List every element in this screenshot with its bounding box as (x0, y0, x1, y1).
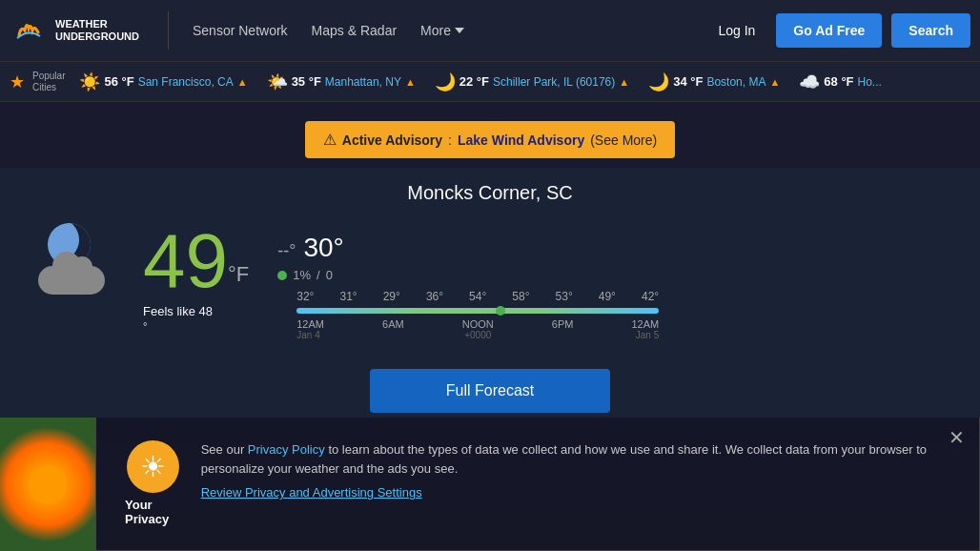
go-ad-free-button[interactable]: Go Ad Free (776, 13, 882, 48)
city-weather-icon-il: 🌙 (435, 71, 456, 92)
temp-value: 49 (143, 218, 228, 303)
nav-more-label: More (420, 23, 451, 38)
review-privacy-link[interactable]: Review Privacy and Advertising Settings (201, 485, 950, 500)
cities-bar: ★ Popular Cities ☀️ 56 °F San Francisco,… (0, 62, 980, 102)
search-button[interactable]: Search (891, 13, 970, 48)
privacy-sun-icon: ☀ (127, 440, 179, 493)
time-labels: 12AM6AMNOON6PM12AM (296, 318, 659, 330)
privacy-policy-link[interactable]: Privacy Policy (248, 442, 325, 457)
city-item-il[interactable]: 🌙 22 °F Schiller Park, IL (60176) ▲ (435, 71, 629, 92)
precip-percent: 1% (293, 268, 311, 282)
nav-more-dropdown[interactable]: More (411, 18, 474, 43)
temp-unit: °F (228, 262, 249, 286)
header-right: Log In Go Ad Free Search (706, 13, 970, 48)
city-warning-ma: ▲ (769, 76, 780, 88)
forecast-timeline: 32° 31° 29° 36° 54° 58° 53° 49° 42° 12AM… (277, 290, 678, 340)
city-name-ma: Boston, MA (706, 75, 766, 89)
your-privacy-label: Your Privacy (125, 498, 182, 526)
advisory-banner: ⚠ Active Advisory : Lake Wind Advisory (… (305, 121, 675, 158)
alert-circle-icon: ! (29, 465, 67, 503)
timeline-dot (496, 306, 505, 316)
precip-row: 1% / 0 (277, 268, 678, 282)
advisory-see-more[interactable]: (See More) (590, 133, 657, 148)
city-name-il: Schiller Park, IL (60176) (493, 75, 615, 89)
privacy-body-text: See our Privacy Policy to learn about th… (201, 440, 950, 478)
header: WEATHER UNDERGROUND Sensor Network Maps … (0, 0, 980, 62)
city-temp-ny: 35 °F (292, 74, 321, 89)
cloud-shape (38, 266, 105, 295)
nav-sensor-network[interactable]: Sensor Network (183, 18, 297, 43)
precip-dot-icon (277, 271, 287, 280)
privacy-close-button[interactable]: ✕ (949, 426, 965, 449)
privacy-overlay: ✕ ☀ Your Privacy See our Privacy Policy … (95, 418, 980, 551)
precip-separator: / (316, 268, 320, 282)
city-name-sf: San Francisco, CA (138, 75, 234, 89)
login-button[interactable]: Log In (706, 15, 766, 46)
precip-amount: 0 (326, 268, 333, 282)
logo-area[interactable]: WEATHER UNDERGROUND (10, 11, 139, 50)
city-weather-icon-ho: ☁️ (799, 71, 820, 92)
nav-maps-radar[interactable]: Maps & Radar (302, 18, 406, 43)
main-weather-content: Moncks Corner, SC 49°F Feels like 48 ° -… (0, 168, 980, 427)
map-thumbnail[interactable]: ! (0, 418, 95, 551)
timeline-bar (296, 308, 659, 314)
bottom-map-area: ! ✕ ☀ Your Privacy See our Privacy Polic… (0, 418, 980, 551)
logo-text: WEATHER UNDERGROUND (55, 18, 139, 43)
popular-cities-label: Popular Cities (32, 71, 65, 93)
city-item-ho[interactable]: ☁️ 68 °F Ho... (799, 71, 882, 92)
city-item-sf[interactable]: ☀️ 56 °F San Francisco, CA ▲ (79, 71, 247, 92)
favorite-star-icon[interactable]: ★ (10, 71, 25, 92)
advisory-link[interactable]: Lake Wind Advisory (458, 133, 584, 148)
advisory-label: Active Advisory (342, 133, 442, 148)
wu-logo-icon (10, 11, 48, 50)
city-item-ny[interactable]: 🌤️ 35 °F Manhattan, NY ▲ (267, 71, 416, 92)
high-temp: 30° (303, 233, 343, 263)
city-warning-ny: ▲ (405, 76, 416, 88)
advisory-colon: : (448, 133, 452, 148)
feels-like: Feels like 48 ° (143, 304, 249, 333)
city-weather-icon-ny: 🌤️ (267, 71, 288, 92)
city-name-ny: Manhattan, NY (325, 75, 401, 89)
city-warning-il: ▲ (619, 76, 629, 88)
advisory-warning-icon: ⚠ (323, 131, 337, 149)
weather-panel: 49°F Feels like 48 ° --° 30° 1% / 0 32 (29, 214, 951, 350)
night-cloud-icon (38, 223, 114, 299)
city-temp-il: 22 °F (459, 74, 489, 89)
city-warning-sf: ▲ (237, 76, 248, 88)
dew-temp: --° (277, 241, 296, 261)
temperature-area: 49°F Feels like 48 ° (143, 223, 249, 333)
city-item-ma[interactable]: 🌙 34 °F Boston, MA ▲ (648, 71, 780, 92)
privacy-icon-col: ☀ Your Privacy (125, 440, 182, 526)
weather-icon-area (29, 223, 124, 299)
city-weather-icon-ma: 🌙 (648, 71, 669, 92)
center-weather-info: --° 30° 1% / 0 32° 31° 29° 36° 54° 58° 5… (277, 233, 678, 340)
date-labels: Jan 4+0000Jan 5 (296, 330, 659, 340)
city-temp-ho: 68 °F (824, 74, 853, 89)
forecast-temp-row: 32° 31° 29° 36° 54° 58° 53° 49° 42° (296, 290, 659, 303)
privacy-text-area: See our Privacy Policy to learn about th… (201, 440, 950, 500)
current-temperature: 49°F (143, 223, 249, 299)
full-forecast-container: Full Forecast (29, 369, 951, 413)
header-divider (168, 11, 169, 50)
city-temp-sf: 56 °F (104, 74, 133, 89)
nav-links: Sensor Network Maps & Radar More (183, 18, 706, 43)
chevron-down-icon (455, 28, 464, 33)
city-temp-ma: 34 °F (673, 74, 703, 89)
full-forecast-button[interactable]: Full Forecast (370, 369, 610, 413)
city-title: Moncks Corner, SC (29, 182, 951, 204)
city-weather-icon-sf: ☀️ (79, 71, 100, 92)
city-name-ho: Ho... (858, 75, 882, 89)
